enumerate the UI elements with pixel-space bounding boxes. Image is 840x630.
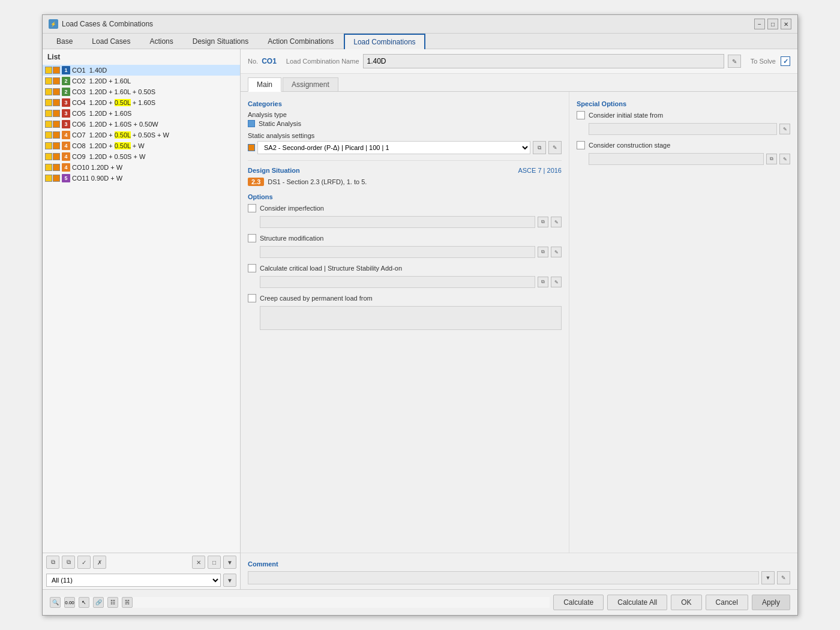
structure-mod-checkbox[interactable] bbox=[248, 234, 256, 242]
construction-stage-input[interactable] bbox=[589, 153, 764, 165]
item-icon-orange bbox=[53, 142, 60, 149]
right-content: Special Options Consider initial state f… bbox=[569, 92, 797, 553]
item-icons bbox=[45, 88, 60, 95]
initial-state-input[interactable] bbox=[589, 123, 777, 135]
comment-input[interactable] bbox=[248, 571, 759, 584]
list-item[interactable]: 4 CO7 1.20D + 0.50L + 0.50S + W bbox=[43, 130, 240, 140]
header-name: Load Combination Name ✎ bbox=[286, 54, 741, 68]
list-item[interactable]: 2 CO2 1.20D + 1.60L bbox=[43, 76, 240, 86]
ds-badge-row: 2.3 DS1 - Section 2.3 (LRFD), 1. to 5. bbox=[248, 178, 562, 186]
delete-button[interactable]: ✕ bbox=[192, 556, 205, 569]
list-item[interactable]: 3 CO6 1.20D + 1.60S + 0.50W bbox=[43, 119, 240, 130]
imperfection-edit-btn[interactable]: ✎ bbox=[551, 217, 562, 227]
construction-stage-edit-btn[interactable]: ✎ bbox=[779, 154, 790, 164]
list-item[interactable]: 4 CO9 1.20D + 0.50S + W bbox=[43, 151, 240, 162]
maximize-button[interactable]: □ bbox=[767, 19, 778, 29]
divider bbox=[248, 160, 562, 161]
list-item[interactable]: 1 CO1 1.40D bbox=[43, 65, 240, 76]
list-item[interactable]: 3 CO4 1.20D + 0.50L + 1.60S bbox=[43, 97, 240, 108]
tab-action-combinations[interactable]: Action Combinations bbox=[259, 34, 343, 49]
split-button[interactable]: □ bbox=[208, 556, 221, 569]
list-item[interactable]: 5 CO11 0.90D + W bbox=[43, 173, 240, 184]
item-icons bbox=[45, 131, 60, 139]
link-status-icon[interactable]: 🔗 bbox=[93, 597, 104, 608]
minimize-button[interactable]: − bbox=[754, 19, 765, 29]
tab-load-combinations[interactable]: Load Combinations bbox=[344, 34, 425, 49]
construction-stage-field-row: ⧉ ✎ bbox=[577, 153, 790, 165]
grid-status-icon[interactable]: ☷ bbox=[107, 597, 118, 608]
search-status-icon[interactable]: 🔍 bbox=[50, 597, 61, 608]
structure-mod-input[interactable] bbox=[260, 246, 535, 258]
close-button[interactable]: ✕ bbox=[781, 19, 791, 29]
critical-load-input[interactable] bbox=[260, 276, 535, 288]
filter-select[interactable]: All (11) bbox=[46, 574, 221, 587]
structure-mod-field-row: ⧉ ✎ bbox=[248, 246, 562, 258]
tab-design-situations[interactable]: Design Situations bbox=[184, 34, 257, 49]
more-button[interactable]: ▼ bbox=[223, 556, 236, 569]
creep-checkbox[interactable] bbox=[248, 294, 256, 302]
item-icons bbox=[45, 164, 60, 171]
tab-actions[interactable]: Actions bbox=[140, 34, 182, 49]
list-item[interactable]: 3 CO5 1.20D + 1.60S bbox=[43, 108, 240, 119]
list-item[interactable]: 4 CO10 1.20D + W bbox=[43, 162, 240, 173]
item-icons bbox=[45, 99, 60, 106]
check-button[interactable]: ✓ bbox=[77, 556, 91, 569]
creep-label: Creep caused by permanent load from bbox=[260, 295, 373, 302]
item-badge: 4 bbox=[62, 152, 70, 161]
item-badge: 5 bbox=[62, 174, 70, 182]
main-window: ⚡ Load Cases & Combinations − □ ✕ Base L… bbox=[42, 14, 798, 616]
calc-status-icon[interactable]: 0.00 bbox=[64, 597, 75, 608]
options-title: Options bbox=[248, 193, 562, 200]
settings-copy-button[interactable]: ⧉ bbox=[533, 141, 546, 154]
creep-input[interactable] bbox=[260, 306, 562, 330]
comment-dropdown[interactable]: ▼ bbox=[761, 571, 775, 584]
filter-status-icon[interactable]: ☵ bbox=[122, 597, 133, 608]
copy-button[interactable]: ⧉ bbox=[46, 556, 59, 569]
construction-stage-copy-btn[interactable]: ⧉ bbox=[766, 154, 777, 164]
structure-mod-edit-btn[interactable]: ✎ bbox=[551, 247, 562, 257]
construction-stage-checkbox[interactable] bbox=[577, 141, 585, 149]
item-icon-orange bbox=[53, 131, 60, 139]
tab-base[interactable]: Base bbox=[47, 34, 82, 49]
name-input[interactable] bbox=[363, 54, 724, 68]
item-badge: 2 bbox=[62, 77, 70, 85]
tab-load-cases[interactable]: Load Cases bbox=[83, 34, 139, 49]
apply-button[interactable]: Apply bbox=[752, 595, 790, 610]
tab-main[interactable]: Main bbox=[248, 77, 281, 92]
item-label: CO6 1.20D + 1.60S + 0.50W bbox=[72, 121, 158, 128]
calculate-all-button[interactable]: Calculate All bbox=[607, 595, 667, 610]
filter-dropdown-button[interactable]: ▼ bbox=[223, 574, 236, 587]
tab-assignment[interactable]: Assignment bbox=[283, 77, 338, 91]
special-options-title: Special Options bbox=[577, 100, 790, 107]
structure-mod-row: Structure modification bbox=[248, 234, 562, 242]
calculate-button[interactable]: Calculate bbox=[553, 595, 604, 610]
initial-state-checkbox[interactable] bbox=[577, 111, 585, 119]
static-settings-select[interactable]: SA2 - Second-order (P-Δ) | Picard | 100 … bbox=[257, 141, 530, 154]
item-icon-orange bbox=[53, 164, 60, 171]
cancel-button[interactable]: Cancel bbox=[706, 595, 748, 610]
critical-load-copy-btn[interactable]: ⧉ bbox=[538, 277, 548, 287]
critical-load-edit-btn[interactable]: ✎ bbox=[551, 277, 562, 287]
item-icon-orange bbox=[53, 175, 60, 182]
item-icon-orange bbox=[53, 67, 60, 74]
imperfection-input[interactable] bbox=[260, 216, 535, 228]
imperfection-field-row: ⧉ ✎ bbox=[248, 216, 562, 228]
paste-button[interactable]: ⧉ bbox=[62, 556, 75, 569]
item-label: CO10 1.20D + W bbox=[72, 164, 122, 171]
critical-load-checkbox[interactable] bbox=[248, 264, 256, 272]
cursor-status-icon[interactable]: ↖ bbox=[79, 597, 89, 608]
to-solve-checkbox[interactable] bbox=[781, 56, 790, 66]
static-settings-row: SA2 - Second-order (P-Δ) | Picard | 100 … bbox=[248, 141, 562, 154]
uncheck-button[interactable]: ✗ bbox=[93, 556, 106, 569]
list-item[interactable]: 2 CO3 1.20D + 1.60L + 0.50S bbox=[43, 86, 240, 97]
list-item[interactable]: 4 CO8 1.20D + 0.50L + W bbox=[43, 140, 240, 151]
edit-button[interactable]: ✎ bbox=[728, 55, 741, 68]
comment-edit[interactable]: ✎ bbox=[777, 571, 790, 584]
imperfection-copy-btn[interactable]: ⧉ bbox=[538, 217, 548, 227]
settings-edit-button[interactable]: ✎ bbox=[548, 141, 562, 154]
structure-mod-copy-btn[interactable]: ⧉ bbox=[538, 247, 548, 257]
initial-state-copy-btn[interactable]: ✎ bbox=[779, 124, 790, 134]
imperfection-checkbox[interactable] bbox=[248, 204, 256, 212]
ok-button[interactable]: OK bbox=[671, 595, 701, 610]
list-toolbar: ⧉ ⧉ ✓ ✗ ✕ □ ▼ bbox=[43, 553, 240, 571]
